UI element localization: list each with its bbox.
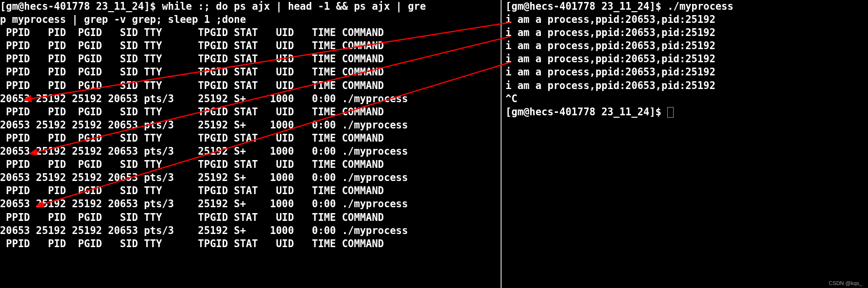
ps-header-row: PPID PID PGID SID TTY TPGID STAT UID TIM… — [0, 184, 501, 198]
terminal-right-pane[interactable]: [gm@hecs-401778 23_11_24]$ ./myprocess i… — [502, 0, 868, 288]
ps-header-row: PPID PID PGID SID TTY TPGID STAT UID TIM… — [0, 158, 501, 171]
ps-process-row: 20653 25192 25192 20653 pts/3 25192 S+ 1… — [0, 171, 501, 184]
interrupt-signal: ^C — [505, 92, 868, 106]
process-output-line: i am a process,ppid:20653,pid:25192 — [505, 66, 868, 79]
ps-process-row: 20653 25192 25192 20653 pts/3 25192 S+ 1… — [0, 119, 501, 132]
ps-header-row: PPID PID PGID SID TTY TPGID STAT UID TIM… — [0, 132, 501, 145]
process-output-line: i am a process,ppid:20653,pid:25192 — [505, 39, 868, 53]
ps-header-row: PPID PID PGID SID TTY TPGID STAT UID TIM… — [0, 79, 501, 92]
process-output-line: i am a process,ppid:20653,pid:25192 — [505, 53, 868, 66]
ps-header-row: PPID PID PGID SID TTY TPGID STAT UID TIM… — [0, 66, 501, 79]
ps-header-row: PPID PID PGID SID TTY TPGID STAT UID TIM… — [0, 53, 501, 66]
ps-header-row: PPID PID PGID SID TTY TPGID STAT UID TIM… — [0, 237, 501, 251]
process-output-line: i am a process,ppid:20653,pid:25192 — [505, 13, 868, 26]
ps-process-row: 20653 25192 25192 20653 pts/3 25192 S+ 1… — [0, 145, 501, 158]
ps-header-row: PPID PID PGID SID TTY TPGID STAT UID TIM… — [0, 211, 501, 224]
shell-prompt: [gm@hecs-401778 23_11_24]$ — [505, 0, 667, 12]
shell-prompt: [gm@hecs-401778 23_11_24]$ — [0, 0, 162, 12]
command-continuation: p myprocess | grep -v grep; sleep 1 ;don… — [0, 13, 501, 26]
prompt-line: [gm@hecs-401778 23_11_24]$ while :; do p… — [0, 0, 501, 13]
ps-process-row: 20653 25192 25192 20653 pts/3 25192 S+ 1… — [0, 198, 501, 211]
ps-process-row: 20653 25192 25192 20653 pts/3 25192 S+ 1… — [0, 92, 501, 106]
cursor-block-icon — [667, 107, 674, 118]
process-output-line: i am a process,ppid:20653,pid:25192 — [505, 26, 868, 39]
command-text: while :; do ps ajx | head -1 && ps ajx |… — [162, 0, 426, 12]
prompt-line: [gm@hecs-401778 23_11_24]$ ./myprocess — [505, 0, 868, 13]
ps-header-row: PPID PID PGID SID TTY TPGID STAT UID TIM… — [0, 26, 501, 39]
ps-process-row: 20653 25192 25192 20653 pts/3 25192 S+ 1… — [0, 224, 501, 237]
terminal-left-pane[interactable]: [gm@hecs-401778 23_11_24]$ while :; do p… — [0, 0, 502, 288]
ps-header-row: PPID PID PGID SID TTY TPGID STAT UID TIM… — [0, 39, 501, 53]
ps-header-row: PPID PID PGID SID TTY TPGID STAT UID TIM… — [0, 106, 501, 119]
prompt-line: [gm@hecs-401778 23_11_24]$ — [505, 106, 868, 119]
process-output-line: i am a process,ppid:20653,pid:25192 — [505, 79, 868, 92]
watermark-text: CSDN @kqs_ — [829, 280, 862, 286]
shell-prompt: [gm@hecs-401778 23_11_24]$ — [505, 106, 667, 118]
command-text: ./myprocess — [667, 0, 733, 12]
